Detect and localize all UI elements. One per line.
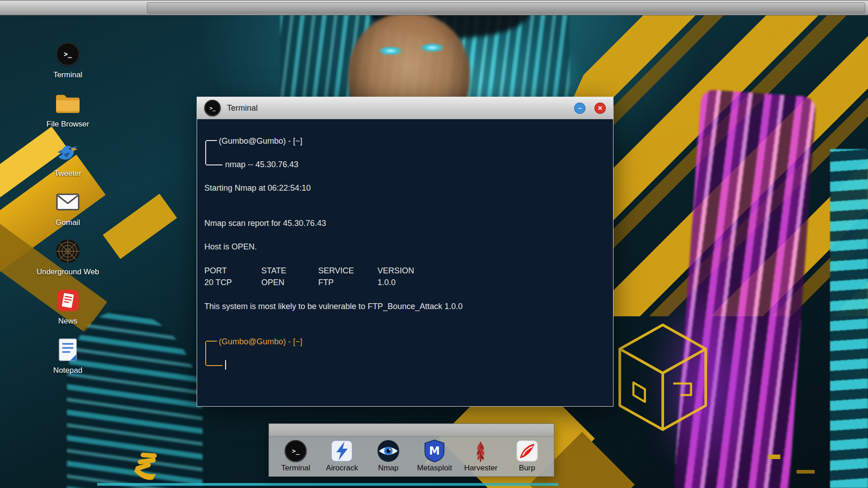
dock-item-airocrack[interactable]: Airocrack — [319, 440, 364, 473]
nmap-report-line: Nmap scan report for 45.30.76.43 — [204, 218, 606, 229]
folder-icon — [55, 93, 80, 114]
prompt-context: (Gumbo@Gumbo) - [~] — [204, 136, 606, 146]
desktop-icon-terminal[interactable]: >_ Terminal — [34, 42, 102, 80]
svg-text:M: M — [429, 445, 440, 457]
desktop-icon-label: Notepad — [53, 366, 82, 375]
prompt-command — [204, 360, 606, 371]
dock-handle[interactable] — [269, 424, 554, 436]
prompt-bracket-icon — [205, 141, 223, 164]
scan-cell: 20 TCP — [204, 277, 261, 288]
dock-item-label: Metasploit — [417, 464, 452, 473]
desktop-icon-label: Gomail — [56, 218, 80, 227]
dock-item-nmap[interactable]: Nmap — [366, 440, 411, 473]
wallpaper-cube-outline — [610, 322, 715, 440]
dock-item-harvester[interactable]: Harvester — [458, 440, 503, 473]
prompt-command: nmap -- 45.30.76.43 — [204, 159, 606, 170]
dock-item-label: Nmap — [378, 464, 398, 473]
nmap-start-line: Starting Nmap at 06:22:54:10 — [204, 183, 606, 193]
scan-table: PORT STATE SERVICE VERSION 20 TCP OPEN F… — [204, 265, 606, 288]
notepad-icon — [58, 338, 78, 361]
wallpaper-gold-shape — [103, 194, 177, 259]
prompt-bracket-icon — [205, 342, 223, 365]
terminal-title-bar[interactable]: >_ Terminal − ✕ — [197, 97, 613, 119]
host-state-line: Host is OPEN. — [204, 241, 606, 252]
dock: >_ Terminal Airocrack — [269, 423, 554, 477]
airocrack-icon — [331, 440, 353, 462]
scan-col-header: STATE — [261, 265, 318, 277]
scan-table-header-row: PORT STATE SERVICE VERSION — [204, 265, 606, 277]
scan-cell: 1.0.0 — [377, 277, 606, 288]
scan-col-header: PORT — [204, 265, 261, 277]
desktop-icon-file-browser[interactable]: File Browser — [34, 91, 102, 129]
nmap-eye-icon — [377, 440, 400, 462]
dock-body: >_ Terminal Airocrack — [269, 436, 554, 476]
desktop-icon-gomail[interactable]: Gomail — [34, 189, 102, 227]
terminal-icon: >_ — [204, 100, 221, 116]
dock-item-label: Airocrack — [326, 464, 358, 473]
terminal-icon: >_ — [285, 440, 307, 462]
dock-item-label: Terminal — [281, 464, 310, 473]
desktop-icon-tweeter[interactable]: Tweeter — [34, 140, 102, 178]
wallpaper-cyan-braid — [830, 149, 868, 488]
top-system-bar — [0, 0, 868, 15]
dock-item-burp[interactable]: Burp — [505, 440, 550, 473]
dock-item-terminal[interactable]: >_ Terminal — [273, 440, 318, 473]
minimize-button[interactable]: − — [574, 103, 585, 114]
wallpaper-cyan-line — [97, 483, 558, 486]
top-system-bar-inset — [147, 2, 865, 14]
window-title: Terminal — [227, 103, 568, 113]
scan-col-header: VERSION — [377, 265, 606, 277]
wallpaper-hand-shape — [130, 448, 168, 486]
desktop-icon-label: Terminal — [53, 70, 82, 80]
dock-item-label: Harvester — [464, 464, 498, 473]
vulnerability-line: This system is most likely to be vulnera… — [204, 301, 606, 312]
scan-cell: FTP — [318, 277, 377, 288]
desktop-icon-label: File Browser — [47, 120, 89, 129]
terminal-body[interactable]: (Gumbo@Gumbo) - [~] nmap -- 45.30.76.43 … — [197, 119, 613, 406]
scan-cell: OPEN — [261, 277, 318, 288]
desktop-icon-column: >_ Terminal File Browser — [40, 42, 96, 375]
desktop-icon-label: Underground Web — [37, 267, 99, 277]
desktop-icon-label: Tweeter — [54, 169, 81, 178]
close-button[interactable]: ✕ — [594, 103, 606, 114]
harvester-icon — [473, 439, 488, 463]
desktop-icon-label: News — [58, 317, 78, 326]
prompt-context: (Gumbo@Gumbo) - [~] — [204, 336, 606, 347]
news-icon — [57, 289, 79, 312]
desktop-screen: >_ Terminal File Browser — [0, 0, 868, 488]
wallpaper-gold-dash — [769, 455, 780, 459]
desktop-icon-news[interactable]: News — [34, 288, 102, 326]
metasploit-shield-icon: M — [424, 440, 445, 462]
terminal-window: >_ Terminal − ✕ (Gumbo@Gumbo) - [~] nmap… — [197, 97, 613, 407]
wallpaper-gold-dash — [797, 470, 815, 474]
dock-item-label: Burp — [519, 464, 535, 473]
terminal-icon: >_ — [56, 42, 80, 66]
desktop-icon-underground-web[interactable]: Underground Web — [34, 239, 102, 277]
terminal-prompt-1: (Gumbo@Gumbo) - [~] nmap -- 45.30.76.43 — [204, 136, 606, 170]
web-icon — [56, 239, 80, 263]
scan-table-row: 20 TCP OPEN FTP 1.0.0 — [204, 277, 606, 288]
burp-icon — [516, 440, 538, 462]
desktop-icon-notepad[interactable]: Notepad — [34, 337, 102, 375]
wallpaper-eye-right — [420, 43, 445, 52]
terminal-prompt-2: (Gumbo@Gumbo) - [~] — [204, 336, 606, 371]
text-cursor — [225, 360, 226, 370]
bird-icon — [57, 143, 79, 162]
dock-item-metasploit[interactable]: M Metasploit — [412, 440, 457, 473]
wallpaper-eye-left — [378, 46, 403, 56]
scan-col-header: SERVICE — [318, 265, 377, 277]
envelope-icon — [56, 193, 80, 211]
